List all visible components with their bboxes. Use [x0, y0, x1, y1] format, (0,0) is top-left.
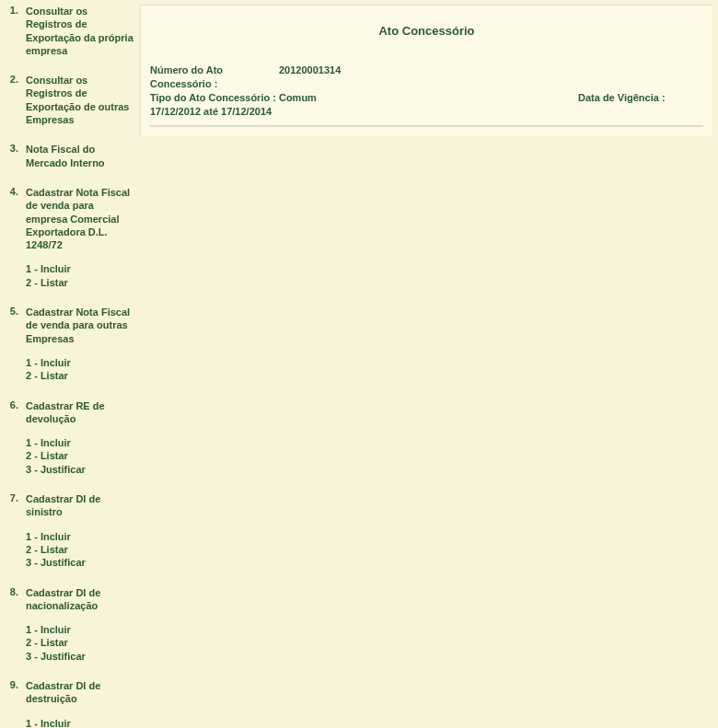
menu-number: 7. — [2, 492, 26, 569]
app-container: 1.Consultar os Registros de Exportação d… — [0, 0, 718, 728]
menu-sub-link[interactable]: 1 - Incluir — [26, 530, 134, 543]
menu-sub-link[interactable]: 1 - Incluir — [26, 717, 134, 728]
menu-number: 5. — [2, 306, 26, 382]
menu-sub-list: 1 - Incluir2 - Listar — [26, 356, 134, 383]
menu-link[interactable]: Cadastrar RE de devolução — [26, 399, 134, 426]
menu-sub-link[interactable]: 2 - Listar — [26, 276, 134, 289]
menu-item-5: 5.Cadastrar Nota Fiscal de venda para ou… — [2, 306, 134, 382]
menu-sub-link[interactable]: 1 - Incluir — [26, 356, 134, 369]
menu-body: Consultar os Registros de Exportação da … — [26, 5, 134, 57]
menu-sub-link[interactable]: 2 - Listar — [26, 369, 134, 382]
menu-item-3: 3.Nota Fiscal do Mercado Interno — [2, 143, 134, 169]
numero-value: 20120001314 — [279, 64, 341, 91]
menu-number: 8. — [2, 586, 26, 663]
menu-body: Cadastrar DI de destruição1 - Incluir2 -… — [26, 679, 134, 728]
menu-sub-list: 1 - Incluir2 - Listar3 - Justificar — [26, 436, 134, 476]
menu-body: Cadastrar DI de nacionalização1 - Inclui… — [26, 586, 134, 663]
vigencia-label: Data de Vigência : — [578, 91, 666, 105]
menu-number: 4. — [2, 186, 26, 289]
menu-body: Nota Fiscal do Mercado Interno — [26, 143, 134, 169]
menu-link[interactable]: Nota Fiscal do Mercado Interno — [26, 143, 134, 169]
menu-link[interactable]: Cadastrar Nota Fiscal de venda para empr… — [26, 186, 134, 251]
sidebar-menu: 1.Consultar os Registros de Exportação d… — [0, 0, 136, 728]
menu-item-2: 2.Consultar os Registros de Exportação d… — [2, 74, 134, 126]
ato-panel: Ato Concessório Número do Ato Concessóri… — [140, 5, 712, 136]
menu-item-4: 4.Cadastrar Nota Fiscal de venda para em… — [2, 186, 134, 289]
menu-sub-link[interactable]: 1 - Incluir — [26, 262, 134, 275]
vigencia-value: 17/12/2012 até 17/12/2014 — [150, 105, 703, 119]
menu-number: 1. — [2, 5, 26, 57]
menu-sub-link[interactable]: 2 - Listar — [26, 543, 134, 556]
menu-link[interactable]: Consultar os Registros de Exportação de … — [26, 74, 134, 126]
menu-body: Cadastrar Nota Fiscal de venda para outr… — [26, 306, 134, 382]
menu-body: Consultar os Registros de Exportação de … — [26, 74, 134, 126]
menu-body: Cadastrar DI de sinistro1 - Incluir2 - L… — [26, 492, 134, 569]
menu-sub-link[interactable]: 3 - Justificar — [26, 650, 134, 663]
menu-item-7: 7.Cadastrar DI de sinistro1 - Incluir2 -… — [2, 492, 134, 569]
menu-sub-link[interactable]: 2 - Listar — [26, 449, 134, 462]
menu-link[interactable]: Cadastrar DI de sinistro — [26, 492, 134, 519]
menu-sub-link[interactable]: 2 - Listar — [26, 636, 134, 649]
menu-sub-list: 1 - Incluir2 - Listar3 - Justificar — [26, 717, 134, 728]
menu-number: 9. — [2, 679, 26, 728]
numero-label: Número do Ato Concessório : — [150, 64, 279, 91]
panel-details: Número do Ato Concessório : 20120001314 … — [150, 64, 703, 127]
menu-link[interactable]: Consultar os Registros de Exportação da … — [26, 5, 134, 57]
menu-body: Cadastrar Nota Fiscal de venda para empr… — [26, 186, 134, 289]
tipo-label: Tipo do Ato Concessório : Comum — [150, 91, 578, 105]
menu-item-8: 8.Cadastrar DI de nacionalização1 - Incl… — [2, 586, 134, 663]
menu-item-1: 1.Consultar os Registros de Exportação d… — [2, 5, 134, 57]
menu-sub-link[interactable]: 3 - Justificar — [26, 463, 134, 476]
main-area: Ato Concessório Número do Ato Concessóri… — [136, 0, 718, 728]
menu-item-9: 9.Cadastrar DI de destruição1 - Incluir2… — [2, 679, 134, 728]
menu-sub-list: 1 - Incluir2 - Listar3 - Justificar — [26, 530, 134, 570]
menu-link[interactable]: Cadastrar Nota Fiscal de venda para outr… — [26, 306, 134, 345]
menu-sub-link[interactable]: 1 - Incluir — [26, 623, 134, 636]
menu-number: 6. — [2, 399, 26, 476]
menu-number: 3. — [2, 143, 26, 169]
menu-item-6: 6.Cadastrar RE de devolução1 - Incluir2 … — [2, 399, 134, 476]
panel-title: Ato Concessório — [150, 24, 703, 38]
menu-sub-list: 1 - Incluir2 - Listar — [26, 262, 134, 289]
menu-sub-link[interactable]: 3 - Justificar — [26, 556, 134, 569]
menu-link[interactable]: Cadastrar DI de nacionalização — [26, 586, 134, 613]
menu-sub-link[interactable]: 1 - Incluir — [26, 436, 134, 449]
menu-number: 2. — [2, 74, 26, 126]
menu-body: Cadastrar RE de devolução1 - Incluir2 - … — [26, 399, 134, 476]
menu-sub-list: 1 - Incluir2 - Listar3 - Justificar — [26, 623, 134, 663]
menu-link[interactable]: Cadastrar DI de destruição — [26, 679, 134, 706]
